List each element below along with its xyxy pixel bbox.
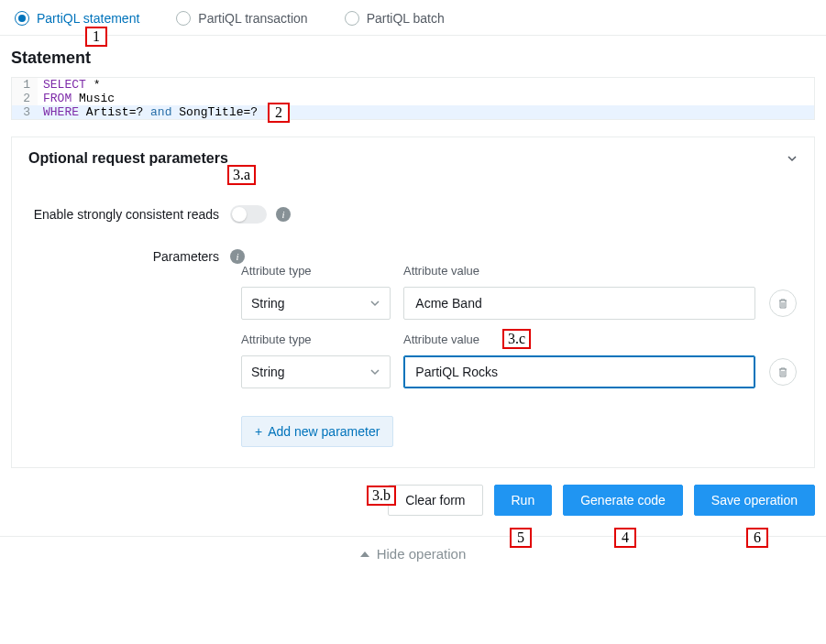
callout-3b: 3.b <box>367 486 396 506</box>
enable-consistent-reads-toggle[interactable] <box>230 205 267 224</box>
parameter-row: String <box>241 287 798 320</box>
callout-1: 1 <box>85 27 107 47</box>
generate-code-button[interactable]: Generate code <box>563 485 683 516</box>
code-text: FROM Music <box>38 92 814 105</box>
tab-partiql-statement[interactable]: PartiQL statement <box>15 11 139 26</box>
add-parameter-button[interactable]: + Add new parameter <box>241 416 393 447</box>
callout-3c: 3.c <box>502 329 531 349</box>
callout-6: 6 <box>746 528 768 548</box>
enable-consistent-reads-row: Enable strongly consistent reads i <box>28 205 798 224</box>
chevron-down-icon <box>369 366 380 377</box>
parameters-row: Parameters i <box>28 249 798 264</box>
code-text: WHERE Artist=? and SongTitle=? <box>38 105 814 119</box>
enable-consistent-reads-label: Enable strongly consistent reads <box>28 207 230 222</box>
triangle-up-icon <box>360 551 369 557</box>
panel-title: Optional request parameters <box>28 150 228 167</box>
tab-label: PartiQL statement <box>37 11 139 26</box>
action-row: Clear form Run Generate code Save operat… <box>0 468 826 532</box>
clear-form-button[interactable]: Clear form <box>388 485 482 516</box>
attr-value-header: Attribute value <box>403 333 754 350</box>
add-param-label: Add new parameter <box>268 424 380 439</box>
attr-type-header: Attribute type <box>241 333 391 350</box>
radio-icon <box>176 11 191 26</box>
info-icon[interactable]: i <box>230 249 245 264</box>
chevron-down-icon <box>369 298 380 309</box>
select-value: String <box>251 296 285 311</box>
parameters-label: Parameters <box>28 249 230 264</box>
code-line: 2FROM Music <box>12 92 814 105</box>
attr-type-header: Attribute type <box>241 264 391 281</box>
code-text: SELECT * <box>38 78 814 92</box>
plus-icon: + <box>255 424 262 439</box>
optional-parameters-panel: Optional request parameters Enable stron… <box>11 136 815 468</box>
run-button[interactable]: Run <box>494 485 553 516</box>
radio-icon <box>15 11 29 26</box>
attr-value-input[interactable] <box>403 287 754 320</box>
radio-icon <box>345 11 359 26</box>
delete-parameter-button[interactable] <box>769 289 797 317</box>
select-value: String <box>251 365 285 379</box>
hide-operation-label: Hide operation <box>377 546 467 562</box>
parameters-area: Attribute type Attribute value String <box>241 264 798 447</box>
code-line: 1SELECT * <box>12 78 814 92</box>
tab-label: PartiQL transaction <box>198 11 307 26</box>
attr-type-select[interactable]: String <box>241 287 391 320</box>
tab-partiql-transaction[interactable]: PartiQL transaction <box>176 11 307 26</box>
code-editor[interactable]: 1SELECT * 2FROM Music 3WHERE Artist=? an… <box>11 77 815 120</box>
param-headers: Attribute type Attribute value <box>241 264 798 281</box>
tab-label: PartiQL batch <box>367 11 445 26</box>
trash-icon <box>776 366 789 378</box>
info-icon[interactable]: i <box>276 207 291 222</box>
callout-5: 5 <box>510 528 532 548</box>
delete-parameter-button[interactable] <box>769 358 797 386</box>
trash-icon <box>776 297 789 310</box>
parameter-row: String <box>241 355 798 388</box>
attr-value-input[interactable] <box>403 355 754 388</box>
callout-4: 4 <box>614 528 636 548</box>
callout-2: 2 <box>268 103 290 123</box>
attr-type-select[interactable]: String <box>241 355 391 388</box>
save-operation-button[interactable]: Save operation <box>694 485 815 516</box>
tab-bar: PartiQL statement PartiQL transaction Pa… <box>0 0 826 36</box>
callout-3a: 3.a <box>227 165 256 185</box>
statement-title: Statement <box>0 36 826 77</box>
attr-value-header: Attribute value <box>403 264 754 281</box>
tab-partiql-batch[interactable]: PartiQL batch <box>345 11 445 26</box>
hide-operation-toggle[interactable]: Hide operation <box>0 536 826 571</box>
optional-parameters-header[interactable]: Optional request parameters <box>12 137 814 180</box>
code-line: 3WHERE Artist=? and SongTitle=? <box>12 105 814 119</box>
chevron-down-icon <box>787 153 798 164</box>
